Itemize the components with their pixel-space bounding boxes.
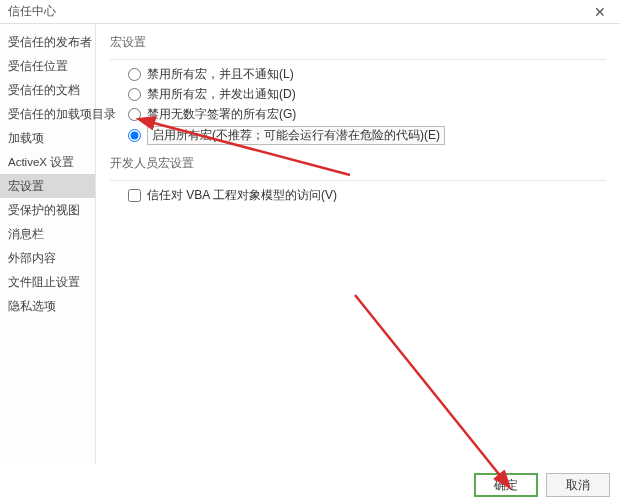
- radio-label: 禁用所有宏，并发出通知(D): [147, 86, 296, 103]
- radio-label: 禁用无数字签署的所有宏(G): [147, 106, 296, 123]
- radio-enable-all[interactable]: 启用所有宏(不推荐；可能会运行有潜在危险的代码)(E): [128, 126, 606, 145]
- sidebar-item-macro[interactable]: 宏设置: [0, 174, 95, 198]
- radio-label: 禁用所有宏，并且不通知(L): [147, 66, 294, 83]
- radio-disable-notify[interactable]: 禁用所有宏，并发出通知(D): [128, 86, 606, 103]
- content-pane: 宏设置 禁用所有宏，并且不通知(L) 禁用所有宏，并发出通知(D) 禁用无数字签…: [96, 24, 620, 464]
- sidebar-item-label: 隐私选项: [8, 300, 56, 312]
- sidebar-item-label: 消息栏: [8, 228, 44, 240]
- sidebar-item-protected-view[interactable]: 受保护的视图: [0, 198, 95, 222]
- sidebar-item-label: 受信任的发布者: [8, 36, 92, 48]
- radio-label: 启用所有宏(不推荐；可能会运行有潜在危险的代码)(E): [147, 126, 445, 145]
- radio-input[interactable]: [128, 108, 141, 121]
- dev-checkbox-group: 信任对 VBA 工程对象模型的访问(V): [128, 187, 606, 204]
- sidebar-item-label: 受信任的文档: [8, 84, 80, 96]
- button-label: 确定: [494, 477, 518, 494]
- section-title-macro: 宏设置: [110, 34, 606, 51]
- ok-button[interactable]: 确定: [474, 473, 538, 497]
- sidebar-item-trusted-locations[interactable]: 受信任位置: [0, 54, 95, 78]
- sidebar-item-message-bar[interactable]: 消息栏: [0, 222, 95, 246]
- sidebar-item-label: 受保护的视图: [8, 204, 80, 216]
- sidebar-item-trusted-addins[interactable]: 受信任的加载项目录: [0, 102, 95, 126]
- radio-input[interactable]: [128, 129, 141, 142]
- sidebar-item-label: 受信任位置: [8, 60, 68, 72]
- sidebar-item-label: 宏设置: [8, 180, 44, 192]
- main: 受信任的发布者 受信任位置 受信任的文档 受信任的加载项目录 加载项 Activ…: [0, 24, 620, 464]
- checkbox-label: 信任对 VBA 工程对象模型的访问(V): [147, 187, 337, 204]
- close-icon[interactable]: ✕: [588, 4, 612, 20]
- sidebar-item-label: 文件阻止设置: [8, 276, 80, 288]
- checkbox-trust-vba[interactable]: 信任对 VBA 工程对象模型的访问(V): [128, 187, 606, 204]
- divider: [110, 59, 606, 60]
- sidebar: 受信任的发布者 受信任位置 受信任的文档 受信任的加载项目录 加载项 Activ…: [0, 24, 96, 464]
- macro-radio-group: 禁用所有宏，并且不通知(L) 禁用所有宏，并发出通知(D) 禁用无数字签署的所有…: [128, 66, 606, 145]
- checkbox-input[interactable]: [128, 189, 141, 202]
- sidebar-item-external-content[interactable]: 外部内容: [0, 246, 95, 270]
- sidebar-item-label: 加载项: [8, 132, 44, 144]
- sidebar-item-trusted-publishers[interactable]: 受信任的发布者: [0, 30, 95, 54]
- radio-input[interactable]: [128, 88, 141, 101]
- sidebar-item-activex[interactable]: ActiveX 设置: [0, 150, 95, 174]
- sidebar-item-trusted-documents[interactable]: 受信任的文档: [0, 78, 95, 102]
- titlebar: 信任中心 ✕: [0, 0, 620, 24]
- window-title: 信任中心: [8, 3, 56, 20]
- sidebar-item-privacy[interactable]: 隐私选项: [0, 294, 95, 318]
- sidebar-item-addins[interactable]: 加载项: [0, 126, 95, 150]
- footer: 确定 取消: [474, 473, 610, 497]
- button-label: 取消: [566, 477, 590, 494]
- sidebar-item-label: ActiveX 设置: [8, 156, 74, 168]
- sidebar-item-label: 外部内容: [8, 252, 56, 264]
- divider: [110, 180, 606, 181]
- radio-disable-unsigned[interactable]: 禁用无数字签署的所有宏(G): [128, 106, 606, 123]
- cancel-button[interactable]: 取消: [546, 473, 610, 497]
- radio-input[interactable]: [128, 68, 141, 81]
- radio-disable-no-notify[interactable]: 禁用所有宏，并且不通知(L): [128, 66, 606, 83]
- sidebar-item-file-block[interactable]: 文件阻止设置: [0, 270, 95, 294]
- section-title-dev: 开发人员宏设置: [110, 155, 606, 172]
